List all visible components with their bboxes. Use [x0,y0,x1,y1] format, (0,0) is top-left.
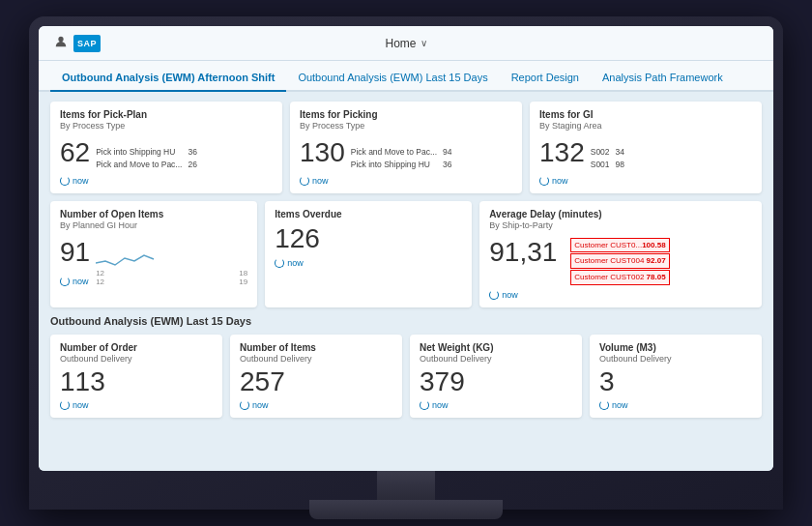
delay-row-0: Customer CUST0... 100.58 [570,238,669,253]
card-subtitle: By Process Type [60,121,273,131]
card-side: Pick and Move to Pac... 94 Pick into Shi… [351,146,452,172]
card-footer[interactable]: now [420,400,572,410]
card-footer[interactable]: now [300,176,512,186]
delay-value: 100.58 [642,239,665,252]
card-title: Items Overdue [275,209,462,220]
tab-bar: Outbound Analysis (EWM) Afternoon Shift … [39,61,773,92]
card-subtitle: Outbound Delivery [420,354,572,364]
card-footer[interactable]: now [60,176,273,186]
refresh-icon [539,176,549,186]
card-value: 379 [420,367,572,397]
card-value: 257 [240,367,392,397]
card-title: Net Weight (KG) [420,342,572,354]
card-value: 91 [60,238,90,268]
refresh-icon [489,290,499,300]
card-overdue: Items Overdue 126 now [265,201,472,307]
refresh-icon [599,400,609,410]
card-subtitle: By Process Type [300,121,512,131]
screen: SAP Home ∨ Outbound Analysis (EWM) After… [39,26,773,471]
card-subtitle: By Ship-to-Party [489,220,752,230]
card-side: Pick into Shipping HU 36 Pick and Move t… [96,146,197,172]
card-subtitle: By Staging Area [539,121,752,131]
card-num-items: Number of Items Outbound Delivery 257 no… [230,335,402,419]
card-subtitle: Outbound Delivery [599,354,752,364]
refresh-icon [60,400,70,410]
card-title: Number of Items [240,342,392,354]
refresh-icon [60,277,70,286]
card-picking: Items for Picking By Process Type 130 Pi… [290,102,522,193]
card-footer[interactable]: now [539,176,752,186]
card-subtitle: By Planned GI Hour [60,220,247,230]
card-value: 126 [275,224,462,254]
delay-value: 78.05 [647,271,666,284]
monitor-outer: SAP Home ∨ Outbound Analysis (EWM) After… [29,16,783,510]
refresh-icon [60,176,70,186]
svg-point-0 [58,36,63,41]
card-footer[interactable]: now [240,400,392,410]
card-pick-plan: Items for Pick-Plan By Process Type 62 P… [50,102,282,193]
stand-base [309,500,503,519]
delay-row-2: Customer CUST002 78.05 [570,270,669,285]
chevron-down-icon: ∨ [420,38,427,48]
card-volume: Volume (M3) Outbound Delivery 3 now [590,335,762,419]
card-side: S002 34 S001 98 [591,146,624,172]
card-title: Number of Order [60,342,213,354]
refresh-icon [300,176,309,186]
card-value: 130 [300,138,345,168]
sparkline-area: 12 18 12 19 [96,234,247,273]
delay-label: Customer CUST004 [574,254,644,268]
card-title: Items for GI [539,109,752,121]
card-footer[interactable]: now [599,400,752,410]
card-footer[interactable]: now [60,400,213,410]
card-value: 62 [60,138,90,168]
card-title: Volume (M3) [599,342,752,354]
card-title: Items for Picking [300,109,512,121]
refresh-icon [240,400,249,410]
card-title: Average Delay (minutes) [489,209,752,220]
card-gi: Items for GI By Staging Area 132 S002 34… [530,102,762,193]
main-content: Items for Pick-Plan By Process Type 62 P… [39,92,773,471]
card-open-items: Number of Open Items By Planned GI Hour … [50,201,257,307]
card-footer[interactable]: now [275,258,462,268]
delay-label: Customer CUST0... [574,239,642,252]
app-header: SAP Home ∨ [39,26,773,61]
refresh-icon [275,258,284,268]
card-title: Items for Pick-Plan [60,109,273,121]
refresh-icon [420,400,429,410]
card-value: 3 [599,367,752,397]
cards-row-1: Items for Pick-Plan By Process Type 62 P… [50,102,762,193]
sap-logo: SAP [73,35,101,52]
stand-neck [377,471,435,500]
tab-analysis-path[interactable]: Analysis Path Framework [591,65,735,92]
card-title: Number of Open Items [60,209,247,220]
card-subtitle: Outbound Delivery [60,354,213,364]
tab-afternoon-shift[interactable]: Outbound Analysis (EWM) Afternoon Shift [50,65,286,92]
delay-highlights: Customer CUST0... 100.58 Customer CUST00… [570,238,669,286]
card-avg-delay: Average Delay (minutes) By Ship-to-Party… [479,201,762,307]
section3-label: Outbound Analysis (EWM) Last 15 Days [50,315,762,327]
card-value: 113 [60,367,213,397]
delay-value: 92.07 [647,254,666,268]
delay-label: Customer CUST002 [574,271,644,284]
cards-row-3: Number of Order Outbound Delivery 113 no… [50,335,762,419]
header-home[interactable]: Home ∨ [385,37,426,50]
delay-row-1: Customer CUST004 92.07 [570,253,669,269]
card-value: 132 [539,138,585,168]
card-net-weight: Net Weight (KG) Outbound Delivery 379 no… [410,335,582,419]
card-subtitle: Outbound Delivery [240,354,392,364]
cards-row-2: Number of Open Items By Planned GI Hour … [50,201,762,307]
card-value: 91,31 [489,238,557,268]
card-footer[interactable]: now [489,290,752,300]
tab-15days[interactable]: Outbound Analysis (EWM) Last 15 Days [286,65,499,92]
home-label: Home [385,37,416,50]
tab-report-design[interactable]: Report Design [500,65,591,92]
card-num-order: Number of Order Outbound Delivery 113 no… [50,335,222,419]
user-icon [54,35,68,52]
